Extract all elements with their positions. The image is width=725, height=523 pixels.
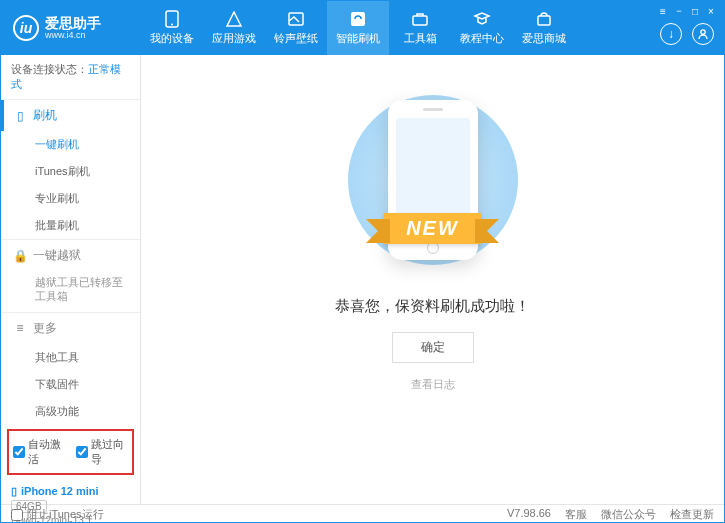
shop-icon — [534, 10, 554, 28]
service-link[interactable]: 客服 — [565, 507, 587, 522]
jailbreak-note: 越狱工具已转移至工具箱 — [1, 271, 140, 312]
more-icon: ≡ — [13, 321, 27, 335]
window-controls: ≡ － □ × — [656, 5, 718, 17]
checkbox-input[interactable] — [11, 509, 23, 521]
app-name: 爱思助手 — [45, 16, 101, 30]
group-title: 一键越狱 — [33, 247, 81, 264]
svg-point-6 — [701, 30, 705, 34]
device-name-row: ▯iPhone 12 mini — [11, 485, 130, 498]
device-name: iPhone 12 mini — [21, 485, 99, 497]
download-icon[interactable]: ↓ — [660, 23, 682, 45]
toolbox-icon — [410, 10, 430, 28]
minimize-icon[interactable]: － — [672, 5, 686, 17]
update-link[interactable]: 检查更新 — [670, 507, 714, 522]
group-title: 刷机 — [33, 107, 57, 124]
nav-my-device[interactable]: 我的设备 — [141, 1, 203, 55]
group-title: 更多 — [33, 320, 57, 337]
nav-label: 我的设备 — [150, 31, 194, 46]
sidebar-item-itunes[interactable]: iTunes刷机 — [1, 158, 140, 185]
sidebar: 设备连接状态：正常模式 ▯刷机 一键刷机 iTunes刷机 专业刷机 批量刷机 … — [1, 55, 141, 504]
logo: iu 爱思助手 www.i4.cn — [1, 15, 141, 41]
group-flash[interactable]: ▯刷机 — [1, 100, 140, 131]
apps-icon — [224, 10, 244, 28]
nav-shop[interactable]: 爱思商城 — [513, 1, 575, 55]
sidebar-item-download[interactable]: 下载固件 — [1, 371, 140, 398]
sidebar-item-pro[interactable]: 专业刷机 — [1, 185, 140, 212]
group-more[interactable]: ≡更多 — [1, 313, 140, 344]
main-nav: 我的设备 应用游戏 铃声壁纸 智能刷机 工具箱 教程中心 爱思商城 — [141, 1, 575, 55]
sidebar-item-batch[interactable]: 批量刷机 — [1, 212, 140, 239]
checkbox-label: 阻止iTunes运行 — [27, 507, 104, 522]
ribbon-text: NEW — [384, 213, 481, 244]
menu-icon[interactable]: ≡ — [656, 5, 670, 17]
checkbox-label: 自动激活 — [28, 437, 66, 467]
skip-guide-checkbox[interactable]: 跳过向导 — [76, 437, 129, 467]
illustration: NEW — [353, 85, 513, 275]
user-icon[interactable] — [692, 23, 714, 45]
phone-icon: ▯ — [13, 109, 27, 123]
svg-rect-4 — [413, 16, 427, 25]
header-actions: ↓ — [660, 23, 714, 45]
block-itunes-checkbox[interactable]: 阻止iTunes运行 — [11, 507, 104, 522]
flash-icon — [348, 10, 368, 28]
tutorial-icon — [472, 10, 492, 28]
nav-label: 铃声壁纸 — [274, 31, 318, 46]
connection-status: 设备连接状态：正常模式 — [1, 55, 140, 99]
auto-activate-checkbox[interactable]: 自动激活 — [13, 437, 66, 467]
checkbox-input[interactable] — [13, 446, 25, 458]
sidebar-item-advanced[interactable]: 高级功能 — [1, 398, 140, 425]
wallpaper-icon — [286, 10, 306, 28]
svg-point-1 — [171, 24, 173, 26]
nav-label: 教程中心 — [460, 31, 504, 46]
nav-flash[interactable]: 智能刷机 — [327, 1, 389, 55]
options-box: 自动激活 跳过向导 — [7, 429, 134, 475]
sidebar-item-other[interactable]: 其他工具 — [1, 344, 140, 371]
svg-rect-5 — [538, 16, 550, 25]
nav-ringtones[interactable]: 铃声壁纸 — [265, 1, 327, 55]
status-label: 设备连接状态： — [11, 63, 88, 75]
wechat-link[interactable]: 微信公众号 — [601, 507, 656, 522]
svg-rect-3 — [351, 12, 365, 26]
app-header: iu 爱思助手 www.i4.cn 我的设备 应用游戏 铃声壁纸 智能刷机 工具… — [1, 1, 724, 55]
success-message: 恭喜您，保资料刷机成功啦！ — [335, 297, 530, 316]
nav-label: 应用游戏 — [212, 31, 256, 46]
main-content: NEW 恭喜您，保资料刷机成功啦！ 确定 查看日志 — [141, 55, 724, 504]
nav-tutorials[interactable]: 教程中心 — [451, 1, 513, 55]
group-jailbreak[interactable]: 🔒一键越狱 — [1, 240, 140, 271]
nav-label: 工具箱 — [404, 31, 437, 46]
phone-icon: ▯ — [11, 485, 17, 498]
sidebar-item-oneclick[interactable]: 一键刷机 — [1, 131, 140, 158]
lock-icon: 🔒 — [13, 249, 27, 263]
close-icon[interactable]: × — [704, 5, 718, 17]
new-ribbon: NEW — [335, 209, 531, 247]
phone-icon — [162, 10, 182, 28]
nav-label: 爱思商城 — [522, 31, 566, 46]
nav-label: 智能刷机 — [336, 31, 380, 46]
logo-icon: iu — [13, 15, 39, 41]
checkbox-input[interactable] — [76, 446, 88, 458]
nav-apps[interactable]: 应用游戏 — [203, 1, 265, 55]
ok-button[interactable]: 确定 — [392, 332, 474, 363]
app-url: www.i4.cn — [45, 30, 101, 40]
view-log-link[interactable]: 查看日志 — [411, 377, 455, 392]
maximize-icon[interactable]: □ — [688, 5, 702, 17]
nav-toolbox[interactable]: 工具箱 — [389, 1, 451, 55]
checkbox-label: 跳过向导 — [91, 437, 129, 467]
version-label: V7.98.66 — [507, 507, 551, 522]
